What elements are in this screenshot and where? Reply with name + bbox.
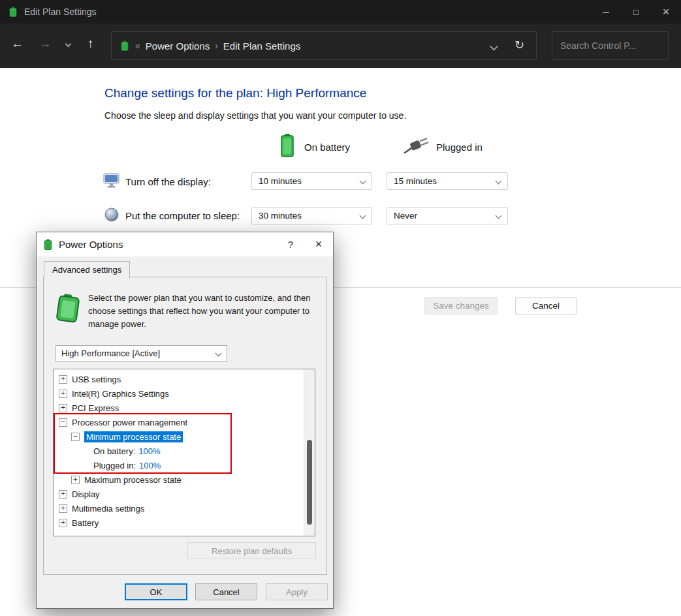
on-battery-value-link[interactable]: 100% [138, 446, 160, 456]
maximize-icon[interactable]: □ [621, 0, 651, 23]
sleep-plugged-in-value: Never [394, 211, 417, 221]
tree-item-label: On battery: [93, 446, 135, 456]
address-dropdown-chevron-icon[interactable] [490, 42, 498, 51]
apply-button[interactable]: Apply [266, 583, 328, 600]
sleep-on-battery-value: 30 minutes [259, 211, 302, 221]
minimize-icon[interactable]: ─ [591, 0, 621, 23]
page-title: Change settings for the plan: High Perfo… [104, 86, 366, 100]
refresh-icon[interactable]: ↻ [515, 38, 524, 52]
forward-icon[interactable]: → [39, 37, 52, 50]
tree-item-label: Processor power management [72, 418, 187, 427]
breadcrumb-separator: › [215, 40, 218, 51]
collapse-icon[interactable]: − [71, 433, 80, 441]
breadcrumb-power-options[interactable]: Power Options [146, 40, 210, 52]
tree-item-plugged-in-setting[interactable]: Plugged in: 100% [54, 458, 315, 472]
scrollbar-thumb[interactable] [307, 440, 312, 525]
display-icon [103, 173, 119, 191]
sleep-on-battery-select[interactable]: 30 minutes [251, 207, 372, 224]
breadcrumb-edit-plan-settings[interactable]: Edit Plan Settings [223, 40, 300, 52]
ok-button[interactable]: OK [125, 583, 187, 600]
tree-item-display[interactable]: + Display [54, 487, 315, 501]
display-on-battery-value: 10 minutes [259, 176, 302, 186]
chevron-down-icon [496, 213, 502, 219]
expand-icon[interactable]: + [59, 375, 67, 384]
tree-item-minimum-processor-state[interactable]: − Minimum processor state [54, 429, 315, 444]
dialog-close-icon[interactable]: × [304, 232, 333, 256]
sleep-icon [104, 208, 119, 224]
tree-item-pci-express[interactable]: + PCI Express [54, 401, 315, 415]
chevron-down-icon [360, 178, 366, 185]
tree-item-label: Maximum processor state [84, 475, 182, 485]
dialog-title: Power Options [59, 239, 123, 250]
recent-pages-chevron-icon[interactable] [65, 41, 72, 48]
plan-selector-combo[interactable]: High Performance [Active] [55, 345, 227, 362]
expand-icon[interactable]: + [59, 504, 67, 513]
row-label-sleep: Put the computer to sleep: [125, 210, 240, 221]
tree-item-label-selected: Minimum processor state [84, 431, 183, 442]
edit-plan-settings-window: Edit Plan Settings ─ □ × ← → ↑ « Power O… [0, 0, 681, 616]
window-controls: ─ □ × [591, 0, 681, 23]
display-plugged-in-select[interactable]: 15 minutes [387, 172, 508, 190]
dialog-titlebar[interactable]: Power Options ? × [37, 232, 333, 256]
search-box[interactable] [552, 31, 669, 60]
search-input[interactable] [552, 40, 681, 51]
cancel-button[interactable]: Cancel [515, 297, 577, 315]
tree-item-processor-power-management[interactable]: − Processor power management [54, 415, 315, 429]
restore-plan-defaults-button[interactable]: Restore plan defaults [187, 542, 316, 559]
address-bar[interactable]: « Power Options › Edit Plan Settings ↻ [111, 31, 537, 60]
column-header-plugged-in: Plugged in [436, 142, 483, 153]
column-header-on-battery: On battery [304, 142, 350, 153]
battery-app-icon [8, 7, 18, 17]
expand-icon[interactable]: + [59, 404, 67, 412]
tree-item-usb-settings[interactable]: + USB settings [54, 372, 315, 386]
up-icon[interactable]: ↑ [87, 37, 94, 50]
sleep-plugged-in-select[interactable]: Never [387, 207, 508, 224]
tree-item-label: Multimedia settings [72, 504, 144, 514]
plan-selector-value: High Performance [Active] [61, 348, 160, 358]
tree-item-label: Battery [72, 518, 99, 528]
display-on-battery-select[interactable]: 10 minutes [251, 172, 372, 190]
expand-icon[interactable]: + [59, 519, 67, 527]
expand-icon[interactable]: + [59, 490, 67, 499]
close-icon[interactable]: × [651, 0, 681, 23]
tree-item-maximum-processor-state[interactable]: + Maximum processor state [54, 472, 315, 487]
plugged-in-value-link[interactable]: 100% [139, 461, 161, 470]
dialog-cancel-button[interactable]: Cancel [195, 583, 257, 600]
dialog-tab-pane: Select the power plan that you want to c… [43, 277, 327, 575]
save-changes-button[interactable]: Save changes [424, 297, 498, 315]
tree-item-multimedia-settings[interactable]: + Multimedia settings [54, 501, 315, 516]
collapse-icon[interactable]: − [59, 418, 67, 427]
tree-item-label: Plugged in: [93, 461, 136, 470]
tree-scrollbar[interactable] [304, 369, 315, 536]
tree-item-label: PCI Express [72, 403, 119, 413]
dialog-plan-battery-icon [54, 293, 82, 326]
tree-item-label: Display [72, 489, 100, 499]
tab-advanced-settings[interactable]: Advanced settings [44, 261, 130, 278]
window-titlebar: Edit Plan Settings ─ □ × [0, 0, 681, 23]
help-icon[interactable]: ? [277, 232, 304, 256]
power-options-dialog: Power Options ? × Advanced settings Sele… [36, 232, 334, 609]
breadcrumb-overflow-icon[interactable]: « [135, 40, 140, 51]
row-label-turn-off-display: Turn off the display: [125, 176, 211, 187]
chevron-down-icon [496, 178, 502, 185]
settings-tree[interactable]: + USB settings + Intel(R) Graphics Setti… [53, 369, 315, 536]
tree-item-intel-graphics[interactable]: + Intel(R) Graphics Settings [54, 386, 315, 401]
display-plugged-in-value: 15 minutes [394, 176, 437, 186]
page-subtitle: Choose the sleep and display settings th… [104, 110, 406, 121]
plugged-in-icon [404, 137, 431, 157]
on-battery-icon [279, 133, 295, 161]
tree-item-battery[interactable]: + Battery [54, 516, 315, 530]
back-icon[interactable]: ← [11, 37, 24, 50]
navigation-bar: ← → ↑ « Power Options › Edit Plan Settin… [0, 23, 681, 68]
dialog-description: Select the power plan that you want to c… [88, 292, 320, 331]
tree-item-label: USB settings [72, 375, 121, 384]
window-title: Edit Plan Settings [24, 7, 97, 17]
tree-item-label: Intel(R) Graphics Settings [72, 389, 169, 399]
address-battery-icon [119, 40, 130, 51]
expand-icon[interactable]: + [59, 390, 67, 398]
chevron-down-icon [215, 350, 222, 357]
expand-icon[interactable]: + [71, 476, 80, 484]
chevron-down-icon [360, 213, 366, 219]
tree-item-on-battery-setting[interactable]: On battery: 100% [54, 444, 315, 458]
dialog-battery-icon [42, 239, 54, 250]
